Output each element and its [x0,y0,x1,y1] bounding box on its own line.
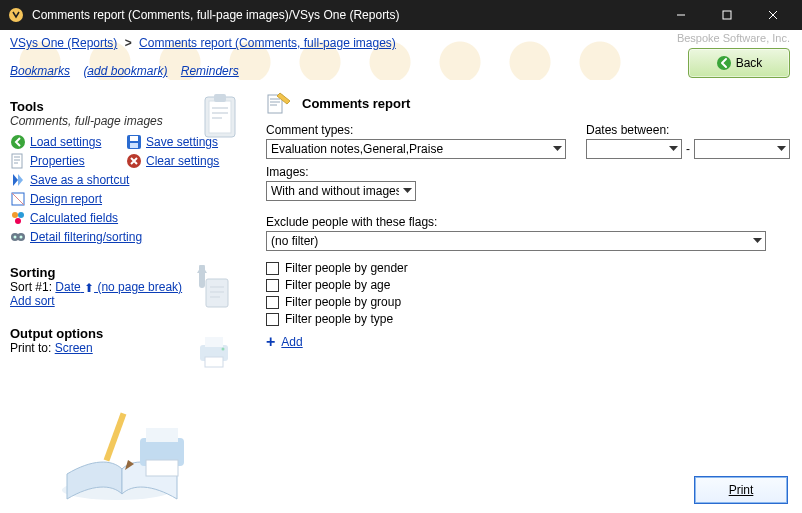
svg-point-14 [18,212,24,218]
filter-type-label: Filter people by type [285,312,393,326]
book-printer-illustration [62,404,192,504]
nav-add-bookmark[interactable]: (add bookmark) [83,64,167,78]
add-filter-row[interactable]: + Add [266,334,790,350]
filter-gender-row[interactable]: Filter people by gender [266,261,790,275]
svg-point-15 [15,218,21,224]
svg-point-13 [12,212,18,218]
exclude-dropdown[interactable]: (no filter) [266,231,766,251]
print-to-value[interactable]: Screen [55,341,93,355]
panel-title-row: Comments report [266,91,790,115]
svg-point-24 [222,348,225,351]
breadcrumb-sep: > [125,36,132,50]
svg-rect-29 [104,412,127,461]
sort-prefix: Sort #1: [10,280,55,294]
comment-types-label: Comment types: [266,123,566,137]
report-icon [266,91,294,115]
add-filter-link[interactable]: Add [281,335,302,349]
plus-icon: + [266,334,275,350]
dates-between-label: Dates between: [586,123,790,137]
main: Tools Comments, full-page images Load se… [0,85,802,512]
comment-types-dropdown[interactable]: Evaluation notes,General,Praise [266,139,566,159]
load-settings-icon [10,134,26,150]
printer-small-icon [196,333,230,377]
secondary-nav: Bookmarks (add bookmark) Reminders [10,64,792,78]
panel-title: Comments report [302,96,410,111]
back-arrow-icon [716,55,732,71]
footer: Print [694,476,788,504]
images-label: Images: [266,165,790,179]
nav-bookmarks[interactable]: Bookmarks [10,64,70,78]
print-label: Print [729,483,754,497]
svg-point-18 [14,236,17,239]
svg-rect-1 [723,11,731,19]
filter-gender-label: Filter people by gender [285,261,408,275]
exclude-value: (no filter) [271,234,749,248]
design-report-link[interactable]: Design report [30,192,102,206]
window-buttons [658,0,796,30]
breadcrumb: VSys One (Reports) > Comments report (Co… [10,36,792,50]
chevron-down-icon [399,182,415,200]
filter-age-label: Filter people by age [285,278,390,292]
header: Bespoke Software, Inc. VSys One (Reports… [0,30,802,85]
checkbox-icon [266,262,279,275]
sort-asc-icon: ⬆ [84,281,94,295]
checkbox-icon [266,279,279,292]
sidebar: Tools Comments, full-page images Load se… [0,85,256,512]
images-dropdown[interactable]: With and without images [266,181,416,201]
back-label: Back [736,56,763,70]
content-panel: Comments report Comment types: Evaluatio… [256,85,802,512]
chevron-down-icon [549,140,565,158]
minimize-button[interactable] [658,0,704,30]
chevron-down-icon [665,140,681,158]
svg-rect-10 [12,154,22,168]
svg-point-0 [9,8,23,22]
breadcrumb-current[interactable]: Comments report (Comments, full-page ima… [139,36,396,50]
shortcut-link[interactable]: Save as a shortcut [30,173,129,187]
close-button[interactable] [750,0,796,30]
svg-point-6 [11,135,25,149]
detail-filtering-link[interactable]: Detail filtering/sorting [30,230,142,244]
properties-icon [10,153,26,169]
filter-age-row[interactable]: Filter people by age [266,278,790,292]
filter-type-row[interactable]: Filter people by type [266,312,790,326]
filter-group-row[interactable]: Filter people by group [266,295,790,309]
calculated-fields-link[interactable]: Calculated fields [30,211,118,225]
sort-field-link[interactable]: Date ⬆ (no page break) [55,280,182,294]
nav-reminders[interactable]: Reminders [181,64,239,78]
shortcut-icon [10,172,26,188]
svg-rect-9 [130,143,138,148]
date-to-dropdown[interactable] [694,139,790,159]
checkbox-icon [266,313,279,326]
svg-point-2 [717,56,731,70]
exclude-label: Exclude people with these flags: [266,215,790,229]
maximize-button[interactable] [704,0,750,30]
date-from-dropdown[interactable] [586,139,682,159]
svg-rect-23 [205,357,223,367]
print-to-label: Print to: [10,341,55,355]
titlebar: Comments report (Comments, full-page ima… [0,0,802,30]
svg-rect-22 [205,337,223,347]
svg-rect-28 [146,460,178,476]
comment-types-value: Evaluation notes,General,Praise [271,142,549,156]
breadcrumb-root[interactable]: VSys One (Reports) [10,36,117,50]
svg-rect-20 [206,279,228,307]
design-report-icon [10,191,26,207]
svg-rect-5 [214,94,226,102]
chevron-down-icon [773,140,789,158]
clipboard-icon [202,93,238,139]
svg-rect-8 [130,136,138,141]
svg-point-19 [20,236,23,239]
clear-settings-link[interactable]: Clear settings [146,154,219,168]
filter-group-label: Filter people by group [285,295,401,309]
clear-settings-icon [126,153,142,169]
load-settings-link[interactable]: Load settings [30,135,101,149]
save-settings-icon [126,134,142,150]
detail-filtering-icon [10,229,26,245]
print-button[interactable]: Print [694,476,788,504]
add-sort-link[interactable]: Add sort [10,294,55,308]
properties-link[interactable]: Properties [30,154,85,168]
images-value: With and without images [271,184,399,198]
calculated-fields-icon [10,210,26,226]
back-button[interactable]: Back [688,48,790,78]
brand-text: Bespoke Software, Inc. [677,32,790,44]
